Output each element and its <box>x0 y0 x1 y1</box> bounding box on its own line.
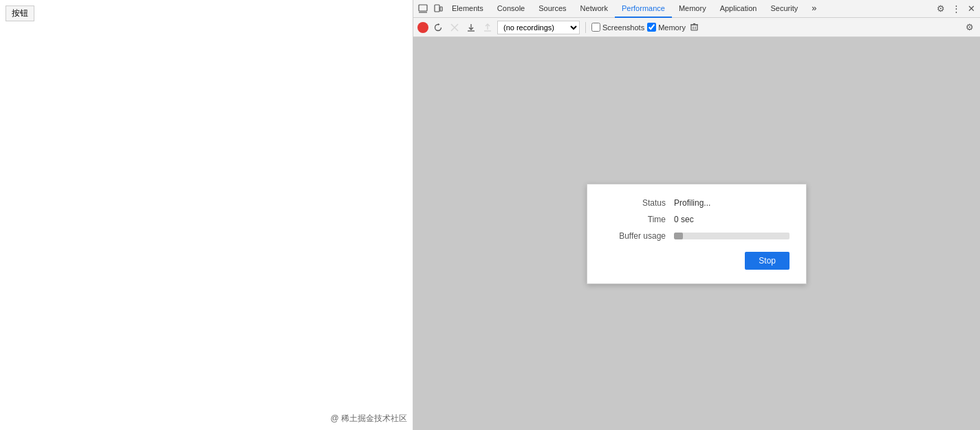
status-label: Status <box>604 198 666 208</box>
svg-rect-3 <box>440 7 442 11</box>
tab-more[interactable]: » <box>805 0 823 18</box>
time-row: Time 0 sec <box>604 215 790 224</box>
tab-elements[interactable]: Elements <box>445 0 490 18</box>
more-options-icon[interactable]: ⋮ <box>950 3 962 15</box>
buffer-row: Buffer usage <box>604 231 790 241</box>
watermark: @ 稀土掘金技术社区 <box>330 413 407 424</box>
performance-toolbar: (no recordings) Screenshots Memory <box>413 18 980 37</box>
delete-recordings-button[interactable] <box>688 21 701 34</box>
tab-performance[interactable]: Performance <box>615 0 672 18</box>
devtools-panel-icons <box>416 2 445 16</box>
buffer-bar-fill <box>674 233 683 239</box>
screenshots-checkbox-label[interactable]: Screenshots <box>591 23 644 32</box>
performance-main: Status Profiling... Time 0 sec Buffer us… <box>413 37 980 430</box>
page-button[interactable]: 按钮 <box>6 6 34 21</box>
tab-memory[interactable]: Memory <box>672 0 713 18</box>
tab-sources[interactable]: Sources <box>532 0 573 18</box>
record-button[interactable] <box>417 22 428 33</box>
settings-gear-icon[interactable]: ⚙ <box>935 3 947 15</box>
svg-rect-8 <box>691 25 697 30</box>
import-button[interactable] <box>464 21 478 34</box>
clear-recording-button[interactable] <box>448 21 461 34</box>
devtools-topbar-actions: ⚙ ⋮ ✕ <box>935 3 977 15</box>
status-value: Profiling... <box>674 198 710 208</box>
devtools-panel: Elements Console Sources Network Perform… <box>413 0 980 430</box>
tab-security[interactable]: Security <box>763 0 805 18</box>
toolbar-separator-1 <box>585 22 586 33</box>
profiling-dialog: Status Profiling... Time 0 sec Buffer us… <box>587 184 807 284</box>
memory-checkbox[interactable] <box>647 23 656 32</box>
tab-network[interactable]: Network <box>574 0 615 18</box>
stop-button[interactable]: Stop <box>745 252 790 270</box>
devtools-tabs: Elements Console Sources Network Perform… <box>445 0 935 18</box>
buffer-bar <box>674 233 790 239</box>
time-label: Time <box>604 215 666 224</box>
reload-record-button[interactable] <box>431 21 445 34</box>
close-devtools-icon[interactable]: ✕ <box>965 3 977 15</box>
svg-rect-0 <box>419 5 427 11</box>
devtools-tabbar: Elements Console Sources Network Perform… <box>413 0 980 18</box>
status-row: Status Profiling... <box>604 198 790 208</box>
toolbar-settings-icon[interactable]: ⚙ <box>963 21 976 34</box>
export-button[interactable] <box>481 21 494 34</box>
tab-console[interactable]: Console <box>490 0 532 18</box>
tab-application[interactable]: Application <box>713 0 764 18</box>
browser-page: 按钮 @ 稀土掘金技术社区 <box>0 0 413 430</box>
inspect-icon[interactable] <box>416 2 430 16</box>
device-icon[interactable] <box>431 2 445 16</box>
buffer-label: Buffer usage <box>604 231 666 241</box>
screenshots-checkbox[interactable] <box>591 23 600 32</box>
recordings-select[interactable]: (no recordings) <box>497 21 580 34</box>
svg-rect-2 <box>435 5 439 12</box>
dialog-footer: Stop <box>604 252 790 270</box>
memory-checkbox-label[interactable]: Memory <box>647 23 686 32</box>
time-value: 0 sec <box>674 215 694 224</box>
